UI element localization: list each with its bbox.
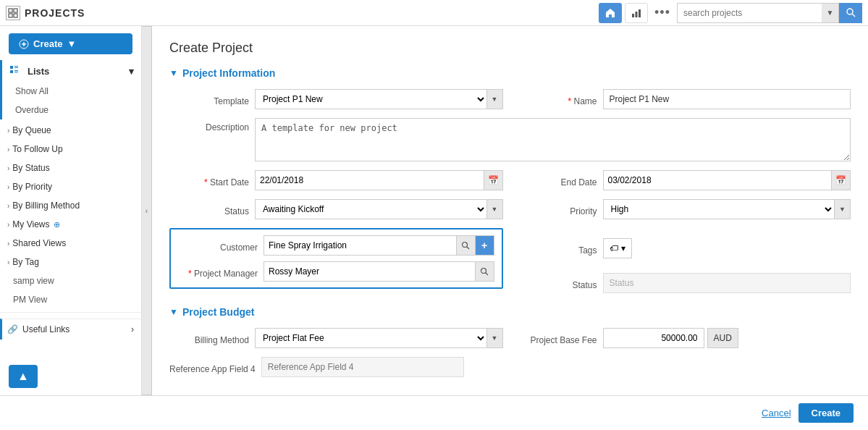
end-date-input[interactable] (604, 171, 832, 190)
sidebar-item-to-follow-up[interactable]: › To Follow Up (0, 140, 141, 159)
customer-tags-section: Customer + (169, 228, 851, 298)
sidebar-item-by-tag[interactable]: › By Tag (0, 253, 141, 271)
description-textarea[interactable]: A template for new project (255, 118, 851, 161)
home-button[interactable] (599, 3, 622, 23)
section-chevron-icon: ▼ (169, 68, 178, 78)
arrow-icon: › (7, 202, 9, 210)
customer-search-icon[interactable] (456, 236, 475, 255)
billing-method-dropdown-arrow[interactable]: ▼ (486, 329, 502, 347)
arrow-icon: › (7, 183, 9, 191)
name-label: Name (518, 92, 597, 106)
status-select[interactable]: Awaiting Kickoff (256, 200, 486, 219)
sidebar-item-pm-view[interactable]: PM View (0, 290, 141, 309)
customer-row: Customer + (178, 235, 494, 256)
currency-label: AUD (707, 328, 738, 348)
chart-button[interactable] (625, 3, 648, 23)
arrow-icon: › (7, 258, 9, 266)
lists-icon (9, 65, 19, 77)
budget-section-chevron-icon: ▼ (169, 307, 178, 317)
project-base-fee-label: Project Base Fee (518, 331, 597, 345)
cancel-button[interactable]: Cancel (762, 403, 791, 423)
start-date-input[interactable] (256, 171, 484, 190)
end-date-calendar-icon[interactable]: 📅 (831, 171, 850, 190)
svg-rect-6 (639, 9, 641, 17)
status2-label: Status (518, 276, 597, 290)
template-name-row: Template Project P1 New ▼ Name (169, 89, 851, 109)
reference-input[interactable] (261, 357, 464, 377)
tags-group: Tags 🏷 ▾ (518, 234, 851, 263)
svg-rect-16 (14, 70, 18, 71)
content-area: Create Project ▼ Project Information Tem… (152, 26, 868, 395)
search-go-button[interactable] (839, 3, 862, 23)
svg-line-8 (852, 14, 855, 17)
search-container: ▼ (677, 3, 862, 23)
tags-dropdown-icon: ▾ (621, 243, 625, 253)
more-options-button[interactable]: ••• (651, 3, 674, 23)
project-budget-header: ▼ Project Budget (169, 306, 851, 318)
sidebar-item-useful-links[interactable]: 🔗 Useful Links › (0, 319, 141, 340)
arrow-icon: › (7, 240, 9, 248)
sidebar-item-by-queue[interactable]: › By Queue (0, 121, 141, 140)
customer-add-icon[interactable]: + (475, 236, 494, 255)
create-button[interactable]: Create ▼ (9, 33, 132, 54)
divider (0, 312, 141, 313)
sidebar-item-by-priority[interactable]: › By Priority (0, 177, 141, 196)
sidebar: Create ▼ Lists (0, 26, 142, 395)
app-branding: PROJECTS (6, 6, 85, 20)
template-dropdown-arrow[interactable]: ▼ (486, 90, 502, 109)
description-group: Description A template for new project (169, 118, 851, 161)
main-layout: Create ▼ Lists (0, 26, 868, 395)
search-input[interactable] (677, 3, 822, 23)
status-select-wrapper: Awaiting Kickoff ▼ (255, 199, 503, 219)
svg-point-20 (481, 269, 486, 274)
svg-rect-5 (636, 12, 638, 17)
project-base-fee-input[interactable] (603, 328, 704, 348)
sidebar-item-show-all[interactable]: Show All (2, 82, 141, 101)
billing-fee-row: Billing Method Project Flat Fee ▼ Projec… (169, 328, 851, 348)
start-date-group: Start Date 📅 (169, 170, 503, 190)
billing-method-group: Billing Method Project Flat Fee ▼ (169, 328, 503, 348)
sidebar-item-by-status[interactable]: › By Status (0, 159, 141, 177)
description-label: Description (169, 118, 249, 132)
sidebar-item-my-views[interactable]: › My Views ⊕ (0, 215, 141, 234)
priority-dropdown-arrow[interactable]: ▼ (834, 200, 850, 219)
sidebar-bottom: ▲ (0, 358, 141, 395)
priority-select-wrapper: High ▼ (603, 199, 851, 219)
dates-row: Start Date 📅 End Date 📅 (169, 170, 851, 190)
chevron-right-icon: › (131, 324, 134, 334)
customer-input[interactable] (264, 236, 456, 255)
template-group: Template Project P1 New ▼ (169, 89, 503, 109)
customer-input-wrapper: + (264, 235, 494, 256)
status-group: Status Awaiting Kickoff ▼ (169, 199, 503, 219)
sidebar-item-shared-views[interactable]: › Shared Views (0, 234, 141, 253)
svg-rect-2 (9, 14, 12, 17)
base-fee-group: Project Base Fee AUD (518, 328, 851, 348)
sidebar-collapse-handle[interactable]: ‹ (142, 26, 152, 395)
status-dropdown-arrow[interactable]: ▼ (486, 200, 502, 219)
priority-select[interactable]: High (604, 200, 835, 219)
sidebar-item-samp-view[interactable]: samp view (0, 271, 141, 290)
lists-header[interactable]: Lists ▾ (2, 60, 141, 82)
template-select[interactable]: Project P1 New (256, 90, 486, 109)
project-manager-input[interactable] (264, 262, 475, 281)
tags-button[interactable]: 🏷 ▾ (603, 238, 632, 258)
top-navigation: PROJECTS ••• ▼ (0, 0, 868, 26)
sidebar-item-overdue[interactable]: Overdue (2, 101, 141, 119)
sidebar-item-by-billing-method[interactable]: › By Billing Method (0, 196, 141, 215)
scroll-top-button[interactable]: ▲ (9, 365, 38, 388)
reference-label: Reference App Field 4 (169, 360, 256, 374)
app-icon (6, 6, 20, 20)
add-my-views-icon[interactable]: ⊕ (54, 220, 60, 229)
billing-method-select[interactable]: Project Flat Fee (256, 329, 486, 347)
priority-label: Priority (518, 202, 597, 216)
project-manager-search-icon[interactable] (475, 262, 494, 281)
status-priority-row: Status Awaiting Kickoff ▼ Priority High … (169, 199, 851, 219)
create-submit-button[interactable]: Create (799, 403, 854, 423)
end-date-label: End Date (518, 173, 597, 187)
search-dropdown-button[interactable]: ▼ (822, 3, 839, 23)
svg-line-19 (467, 247, 470, 250)
start-date-calendar-icon[interactable]: 📅 (484, 171, 502, 190)
name-input[interactable] (603, 89, 851, 109)
sidebar-section-lists: Lists ▾ Show All Overdue (0, 60, 141, 119)
svg-rect-15 (10, 70, 13, 73)
